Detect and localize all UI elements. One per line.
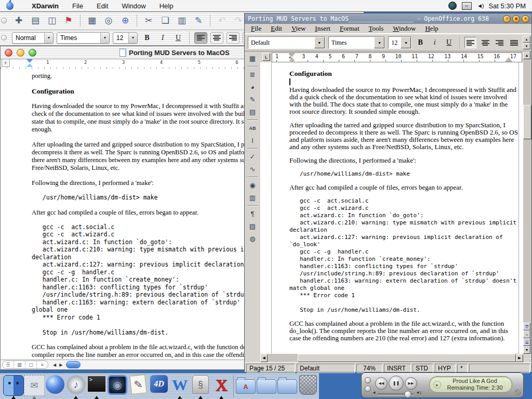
status-save-flag[interactable]: *	[457, 364, 468, 373]
print-icon[interactable]: ▦	[85, 14, 99, 28]
bold-button[interactable]: B	[415, 37, 426, 48]
direct-cursor-icon[interactable]: I	[246, 135, 259, 147]
dock-item-4d[interactable]: 4D	[149, 375, 169, 399]
terminal-icon[interactable]: >	[87, 375, 107, 393]
folder-icon[interactable]	[277, 379, 297, 394]
menu-help[interactable]: Help	[421, 24, 442, 33]
dock-item-trash[interactable]	[298, 375, 318, 399]
next-track-button[interactable]: ▶▶	[405, 377, 417, 390]
insert-fields-icon[interactable]: ≣	[246, 69, 259, 81]
align-left-button[interactable]	[464, 37, 477, 48]
save-icon[interactable]: ◫	[45, 14, 59, 28]
tab-type-selector[interactable]: L	[262, 53, 270, 61]
insert-table-icon[interactable]: ▦	[246, 52, 259, 64]
indent-marker[interactable]	[26, 63, 33, 67]
style-dropdown[interactable]: Normal ▼	[12, 32, 54, 44]
dock-item-applications-folder[interactable]: A	[235, 375, 256, 399]
align-center-button[interactable]	[480, 37, 491, 48]
menu-format[interactable]: Format	[336, 24, 364, 33]
folder-icon[interactable]	[257, 379, 276, 394]
align-right-button[interactable]	[494, 37, 506, 48]
oo-ruler-strip[interactable]: 1234567891011121314151617	[272, 52, 522, 62]
next-page-icon[interactable]: ⇊	[523, 338, 530, 346]
applescript-icon[interactable]: §	[192, 375, 209, 394]
menu-edit[interactable]: Edit	[267, 24, 286, 33]
copy-icon[interactable]: ❏	[158, 14, 172, 28]
status-insert-mode[interactable]: INSRT	[384, 364, 411, 373]
player-close-button[interactable]	[365, 377, 371, 383]
underline-button[interactable]: U	[172, 32, 184, 44]
flag-icon[interactable]: ⚑	[62, 14, 75, 28]
font-size-dropdown[interactable]: 12 ▼	[388, 36, 411, 49]
open-icon[interactable]: ▤	[29, 14, 42, 28]
scroll-thumb[interactable]	[298, 354, 516, 362]
print-preview-icon[interactable]: ◎	[102, 14, 115, 28]
previous-track-button[interactable]: ◀◀	[375, 377, 388, 390]
left-indent-marker[interactable]	[289, 57, 295, 61]
previous-page-icon[interactable]: ⇈	[523, 323, 530, 330]
align-right-button[interactable]	[227, 32, 240, 44]
zoom-button[interactable]	[29, 49, 36, 57]
scroll-left-icon[interactable]: ◀	[51, 363, 58, 367]
dock-item-word[interactable]: W	[169, 375, 190, 399]
online-layout-icon[interactable]: ◍	[246, 233, 259, 245]
menu-app-name[interactable]: XDarwin	[25, 2, 65, 10]
scroll-right-icon[interactable]: ▶	[58, 363, 64, 367]
menu-help[interactable]: Help	[153, 2, 180, 10]
size-dropdown[interactable]: 12 ▼	[113, 32, 138, 44]
apple-menu-icon[interactable]	[6, 2, 14, 10]
menu-file[interactable]: File	[247, 24, 265, 33]
oo-document-content[interactable]: Configuration Having downloaded the sour…	[260, 62, 523, 354]
displays-menu-icon[interactable]: ▭	[462, 2, 472, 10]
menu-file[interactable]: File	[65, 2, 90, 10]
italic-button[interactable]: i	[429, 37, 441, 48]
dock-item-folder[interactable]	[277, 375, 298, 399]
data-sources-icon[interactable]: ▥	[246, 192, 259, 204]
mail-icon[interactable]: ✉	[24, 375, 45, 396]
find-replace-icon[interactable]: ◉	[246, 179, 259, 191]
status-selection-mode[interactable]: STD	[413, 364, 433, 373]
navigation-icon[interactable]: ●	[523, 330, 530, 338]
insert-object-icon[interactable]: ◕	[246, 81, 259, 93]
oo-horizontal-scrollbar[interactable]: ◀ ▶	[260, 354, 523, 362]
word-icon[interactable]: W	[170, 375, 190, 395]
oo-title-bar[interactable]: Porting MUD Servers to MacOS____________…	[245, 14, 531, 24]
view-columns-icon[interactable]: ▥	[14, 361, 25, 368]
status-page[interactable]: Page 15 / 25	[246, 364, 295, 373]
browser-globe-icon[interactable]	[46, 375, 64, 394]
menu-window[interactable]: Window	[115, 2, 152, 10]
itunes-icon[interactable]: ♪	[66, 375, 86, 394]
clock-menu-icon[interactable]	[448, 2, 457, 10]
dock-item-applescript[interactable]: §	[190, 375, 211, 399]
xdarwin-icon[interactable]: X	[211, 375, 231, 395]
font-name-dropdown[interactable]: Times ▼	[328, 36, 385, 49]
dock-item-mail[interactable]: ✉	[24, 375, 45, 399]
finder-icon[interactable]	[3, 375, 24, 396]
status-hyperlink-mode[interactable]: HYP	[435, 364, 456, 373]
font-dropdown[interactable]: Times ▼	[57, 32, 110, 44]
draw-functions-icon[interactable]: ✎	[246, 94, 259, 105]
dock-item-folder[interactable]	[256, 375, 277, 399]
close-button[interactable]	[5, 49, 12, 57]
menu-tools[interactable]: Tools	[365, 24, 388, 33]
dock-item-script-editor[interactable]: ✎	[128, 375, 149, 399]
format-brush-icon[interactable]: ✎	[192, 14, 205, 28]
script-editor-icon[interactable]: ✎	[129, 375, 147, 395]
toolbar-collapse-button[interactable]	[1, 18, 7, 23]
applications-folder-icon[interactable]: A	[236, 379, 256, 394]
4d-icon[interactable]: 4D	[150, 375, 168, 393]
cut-icon[interactable]: ✂	[142, 14, 155, 28]
new-document-icon[interactable]: ✚	[12, 14, 25, 28]
align-left-button[interactable]	[194, 32, 207, 44]
nonprinting-characters-icon[interactable]: ¶	[246, 208, 259, 220]
scroll-down-icon[interactable]: ▼	[523, 346, 530, 354]
menu-insert[interactable]: Insert	[311, 24, 335, 33]
volume-menu-icon[interactable]: ◄)	[477, 3, 484, 9]
align-justify-button[interactable]	[508, 37, 520, 48]
form-functions-icon[interactable]: ▤	[246, 106, 259, 118]
menu-view[interactable]: View	[287, 24, 310, 33]
status-zoom[interactable]: 74%	[356, 364, 382, 373]
scroll-thumb[interactable]	[523, 105, 531, 139]
right-indent-marker[interactable]	[505, 57, 512, 62]
maximize-button[interactable]: ▣	[512, 15, 520, 23]
